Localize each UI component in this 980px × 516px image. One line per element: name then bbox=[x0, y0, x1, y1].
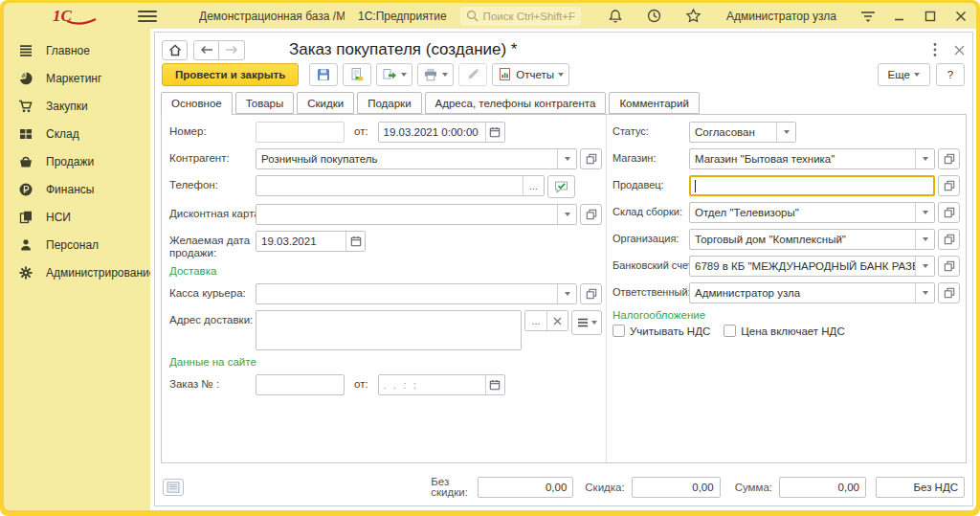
tab-adresa[interactable]: Адреса, телефоны контрагента bbox=[425, 92, 607, 114]
status-select[interactable]: Согласован bbox=[689, 122, 796, 143]
current-user[interactable]: Администратор узла bbox=[726, 10, 836, 23]
save-button[interactable] bbox=[309, 63, 338, 86]
search-input[interactable]: Поиск Ctrl+Shift+F bbox=[460, 7, 581, 26]
open-courier-cash-button[interactable] bbox=[580, 283, 602, 304]
clear-x-icon bbox=[553, 317, 562, 325]
minimize-icon[interactable] bbox=[894, 11, 905, 22]
maximize-icon[interactable] bbox=[924, 11, 936, 22]
phone-input[interactable]: ... bbox=[256, 175, 545, 196]
store-input[interactable]: Магазин "Бытовая техника" bbox=[689, 148, 935, 169]
open-warehouse-button[interactable] bbox=[938, 202, 960, 223]
bank-account-input[interactable]: 6789 в КБ "МЕЖДУНАРОДНЫЙ БАНК РАЗВИТИЯ bbox=[689, 256, 935, 277]
forward-button[interactable] bbox=[219, 40, 245, 60]
print-button[interactable] bbox=[417, 63, 454, 86]
history-icon[interactable] bbox=[646, 8, 662, 24]
report-icon bbox=[498, 67, 512, 81]
site-order-input[interactable] bbox=[256, 374, 345, 395]
close-form-icon[interactable] bbox=[954, 45, 965, 56]
organization-input[interactable]: Торговый дом "Комплексный" bbox=[689, 229, 935, 250]
vat-included-checkbox[interactable]: Цена включает НДС bbox=[724, 325, 844, 337]
sidebar-item-prodazhi[interactable]: Продажи bbox=[4, 147, 150, 175]
open-link-icon bbox=[944, 207, 955, 218]
dropdown-cell[interactable] bbox=[915, 149, 934, 168]
close-window-icon[interactable] bbox=[955, 11, 967, 22]
tab-osnovnoe[interactable]: Основное bbox=[161, 92, 233, 115]
seller-input-focused[interactable] bbox=[689, 175, 935, 196]
dropdown-cell[interactable] bbox=[915, 203, 934, 222]
open-discount-card-button[interactable] bbox=[580, 204, 602, 225]
edit-button-disabled[interactable] bbox=[458, 63, 487, 86]
dropdown-cell[interactable] bbox=[915, 283, 934, 303]
calendar-icon[interactable] bbox=[345, 232, 365, 251]
open-counterparty-button[interactable] bbox=[580, 148, 602, 169]
desired-date-input[interactable]: 19.03.2021 bbox=[256, 231, 366, 252]
open-link-icon bbox=[586, 288, 597, 300]
pencil-icon bbox=[466, 67, 480, 81]
notifications-bell-icon[interactable] bbox=[608, 9, 623, 24]
back-button[interactable] bbox=[193, 40, 219, 60]
dropdown-cell[interactable] bbox=[776, 123, 795, 142]
footer-notes-button[interactable] bbox=[163, 479, 184, 496]
address-ellipsis-button[interactable]: ... bbox=[525, 311, 546, 330]
address-clear-button[interactable] bbox=[546, 311, 568, 330]
tab-kommentarij[interactable]: Комментарий bbox=[609, 92, 699, 114]
tab-skidki[interactable]: Скидки bbox=[297, 92, 354, 114]
kebab-menu-icon[interactable] bbox=[933, 42, 937, 57]
open-responsible-button[interactable] bbox=[938, 282, 960, 303]
cart-icon bbox=[18, 99, 33, 114]
counterparty-input[interactable]: Розничный покупатель bbox=[256, 148, 577, 169]
tab-podarki[interactable]: Подарки bbox=[357, 92, 421, 114]
responsible-input[interactable]: Администратор узла bbox=[689, 282, 935, 303]
service-menu-icon[interactable] bbox=[859, 10, 877, 23]
site-order-date-input[interactable]: . . : : bbox=[378, 374, 505, 395]
address-menu-button[interactable] bbox=[571, 310, 602, 335]
calendar-icon[interactable] bbox=[485, 375, 504, 394]
sidebar-item-marketing[interactable]: Маркетинг bbox=[4, 64, 150, 92]
open-organization-button[interactable] bbox=[938, 229, 960, 250]
date-input[interactable]: 19.03.2021 0:00:00 bbox=[378, 122, 505, 143]
reports-button[interactable]: Отчеты bbox=[492, 63, 569, 86]
bank-account-label: Банковский счет: bbox=[612, 256, 689, 271]
open-store-button[interactable] bbox=[938, 148, 960, 169]
sidebar-item-glavnoe[interactable]: Главное bbox=[4, 36, 150, 64]
counterparty-label: Контрагент: bbox=[169, 148, 256, 164]
dial-phone-button[interactable] bbox=[547, 175, 575, 198]
vat-checkbox[interactable]: Учитывать НДС bbox=[612, 325, 710, 337]
tab-tovary[interactable]: Товары bbox=[235, 92, 295, 114]
post-document-button[interactable] bbox=[343, 63, 371, 86]
dropdown-cell[interactable] bbox=[557, 149, 576, 168]
number-input[interactable] bbox=[256, 122, 345, 143]
dropdown-cell[interactable] bbox=[557, 284, 576, 303]
open-seller-button[interactable] bbox=[938, 175, 960, 196]
site-data-section-header: Данные на сайте bbox=[169, 356, 602, 368]
help-button[interactable]: ? bbox=[936, 63, 965, 86]
sidebar-item-sklad[interactable]: Склад bbox=[4, 120, 150, 147]
main-menu-icon[interactable] bbox=[138, 9, 157, 24]
home-button[interactable] bbox=[162, 40, 188, 60]
dropdown-cell[interactable] bbox=[557, 205, 576, 224]
favorites-star-icon[interactable] bbox=[685, 8, 702, 24]
courier-cash-input[interactable] bbox=[256, 283, 577, 304]
vat-mode-field[interactable]: Без НДС bbox=[876, 477, 965, 498]
warehouse-input[interactable]: Отдел "Телевизоры" bbox=[689, 202, 935, 223]
open-bank-account-button[interactable] bbox=[938, 256, 960, 277]
more-button[interactable]: Еще bbox=[878, 63, 930, 86]
sidebar-item-finansy[interactable]: Финансы bbox=[4, 175, 150, 203]
post-and-close-button[interactable]: Провести и закрыть bbox=[162, 63, 299, 86]
open-link-icon bbox=[944, 287, 955, 299]
phone-message-icon bbox=[554, 180, 569, 194]
status-label: Статус: bbox=[612, 122, 689, 137]
sidebar-item-personal[interactable]: Персонал bbox=[4, 231, 150, 258]
calendar-icon[interactable] bbox=[485, 123, 504, 142]
discount-card-input[interactable] bbox=[256, 204, 577, 225]
create-based-on-button[interactable] bbox=[376, 63, 412, 86]
sidebar-item-zakupki[interactable]: Закупки bbox=[4, 92, 150, 120]
ellipsis-button[interactable]: ... bbox=[523, 176, 544, 195]
dropdown-cell[interactable] bbox=[915, 257, 934, 276]
sidebar-item-nsi[interactable]: НСИ bbox=[4, 203, 150, 231]
delivery-address-textarea[interactable] bbox=[256, 310, 522, 350]
dropdown-cell[interactable] bbox=[915, 230, 934, 249]
list-lines-icon bbox=[577, 318, 589, 327]
dropdown-arrow-icon bbox=[401, 73, 407, 77]
sidebar-item-administrirovanie[interactable]: Администрирование bbox=[4, 258, 150, 286]
